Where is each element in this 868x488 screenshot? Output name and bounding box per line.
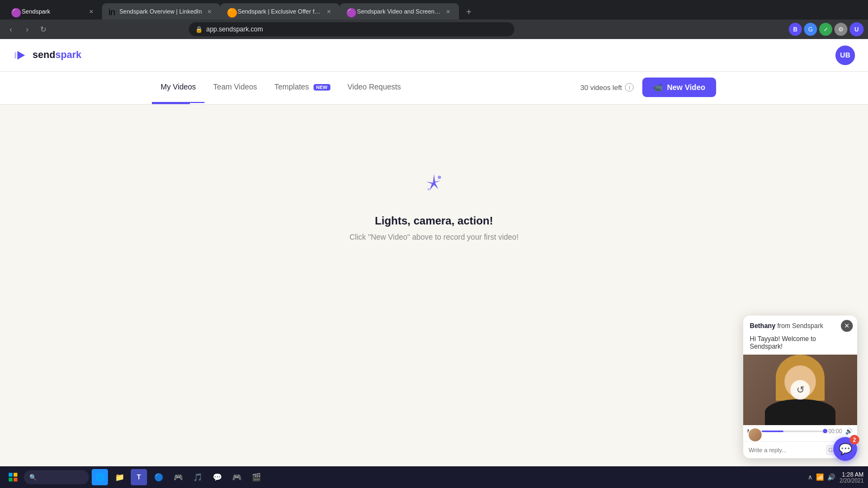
- user-avatar[interactable]: UB: [835, 46, 855, 65]
- chat-sender-company: from Sendspark: [777, 322, 824, 330]
- extension-3[interactable]: ✓: [819, 23, 832, 36]
- tab-title-2: Sendspark Overview | LinkedIn: [119, 8, 202, 15]
- tab-video-requests[interactable]: Video Requests: [339, 72, 410, 103]
- sparkle-icon: [420, 170, 448, 204]
- reply-input[interactable]: [749, 447, 824, 453]
- svg-rect-6: [14, 478, 17, 481]
- camera-icon: 📹: [653, 83, 662, 92]
- empty-state-subtitle: Click "New Video" above to record your f…: [349, 233, 519, 241]
- header-right: UB: [835, 46, 855, 65]
- tab-favicon-3: 🟠: [227, 8, 234, 15]
- taskbar-folder[interactable]: 📁: [111, 469, 127, 485]
- volume-icon[interactable]: 🔊: [845, 428, 853, 435]
- taskbar-search[interactable]: 🔍: [24, 470, 89, 484]
- reload-button[interactable]: ↻: [37, 23, 50, 36]
- chat-sender-name: Bethany: [750, 322, 775, 330]
- empty-state-title: Lights, camera, action!: [375, 215, 493, 227]
- tab-close-1[interactable]: ✕: [87, 7, 95, 16]
- taskbar-steam[interactable]: 🎮: [170, 469, 186, 485]
- chat-sender: Bethany from Sendspark: [743, 316, 857, 333]
- svg-point-2: [427, 188, 430, 190]
- video-time: 00:00: [828, 428, 842, 434]
- tray-arrow[interactable]: ∧: [808, 473, 813, 481]
- chat-avatar: [748, 427, 763, 442]
- tray-volume[interactable]: 🔊: [827, 473, 835, 481]
- address-bar[interactable]: 🔒 app.sendspark.com: [189, 22, 514, 36]
- replay-button[interactable]: ↺: [790, 380, 810, 400]
- browser-tab-2[interactable]: in Sendspark Overview | LinkedIn ✕: [102, 3, 220, 20]
- taskbar-spotify[interactable]: 🎵: [189, 469, 206, 485]
- extension-4[interactable]: ⚙: [834, 23, 847, 36]
- templates-new-badge: NEW: [314, 84, 330, 91]
- chat-bubble-button[interactable]: 💬 2: [833, 437, 857, 461]
- browser-tabs: 🟣 Sendspark ✕ in Sendspark Overview | Li…: [0, 0, 868, 20]
- system-tray: ∧ 📶 🔊 1:28 AM 2/20/2021: [808, 471, 864, 484]
- ssl-lock-icon: 🔒: [195, 26, 203, 33]
- chat-message: Hi Tayyab! Welcome to Sendspark!: [743, 333, 857, 355]
- logo-text: sendspark: [33, 49, 81, 61]
- videos-left-indicator: 30 videos left i: [580, 74, 634, 100]
- forward-button[interactable]: ›: [21, 23, 34, 36]
- tab-favicon-1: 🟣: [11, 8, 18, 15]
- extension-1[interactable]: B: [789, 23, 802, 36]
- profile-avatar[interactable]: U: [850, 22, 864, 36]
- chat-bubble-icon: 💬: [839, 442, 852, 455]
- svg-rect-5: [9, 478, 12, 481]
- browser-toolbar: ‹ › ↻ 🔒 app.sendspark.com B G ✓ ⚙ U: [0, 20, 868, 39]
- browser-chrome: 🟣 Sendspark ✕ in Sendspark Overview | Li…: [0, 0, 868, 39]
- browser-tab-1[interactable]: 🟣 Sendspark ✕: [4, 3, 102, 20]
- browser-tab-3[interactable]: 🟠 Sendspark | Exclusive Offer from... ✕: [220, 3, 340, 20]
- clock-time: 1:28 AM: [840, 471, 864, 478]
- url-text: app.sendspark.com: [206, 25, 263, 33]
- info-icon[interactable]: i: [625, 83, 634, 92]
- progress-dot: [823, 429, 827, 433]
- taskbar-chrome[interactable]: 🔵: [150, 469, 167, 485]
- tab-close-4[interactable]: ✕: [444, 7, 452, 16]
- tab-favicon-2: in: [108, 8, 116, 15]
- videos-left-text: 30 videos left: [580, 84, 622, 92]
- logo-icon: [13, 48, 28, 63]
- search-icon: 🔍: [29, 474, 37, 481]
- tab-templates[interactable]: Templates NEW: [266, 72, 339, 103]
- back-button[interactable]: ‹: [4, 23, 17, 36]
- taskbar-explorer[interactable]: 🌐: [92, 469, 108, 485]
- tab-favicon-4: 🟣: [346, 8, 354, 15]
- new-video-button[interactable]: 📹 New Video: [642, 78, 716, 97]
- chat-video-thumbnail[interactable]: ↺: [743, 355, 857, 425]
- empty-state: Lights, camera, action! Click "New Video…: [0, 105, 868, 306]
- tab-my-videos[interactable]: My Videos: [152, 72, 205, 103]
- extension-2[interactable]: G: [804, 23, 817, 36]
- taskbar-teams[interactable]: T: [131, 469, 147, 485]
- new-tab-button[interactable]: +: [461, 4, 476, 20]
- svg-rect-3: [9, 473, 12, 477]
- browser-tab-4[interactable]: 🟣 Sendspark Video and Screen Re... ✕: [340, 3, 459, 20]
- app-header: sendspark UB: [0, 39, 868, 72]
- nav-tabs-container: My Videos Team Videos Templates NEW Vide…: [0, 72, 868, 103]
- svg-rect-0: [15, 52, 16, 59]
- tab-title-4: Sendspark Video and Screen Re...: [357, 8, 441, 15]
- taskbar-whatsapp[interactable]: 💬: [209, 469, 225, 485]
- chat-close-button[interactable]: ✕: [841, 320, 853, 332]
- tray-icons: ∧ 📶 🔊: [808, 473, 835, 481]
- tab-team-videos[interactable]: Team Videos: [205, 72, 266, 103]
- tab-title-1: Sendspark: [22, 8, 84, 15]
- tab-close-2[interactable]: ✕: [205, 7, 214, 16]
- svg-rect-4: [14, 473, 17, 477]
- chat-notification-badge: 2: [850, 435, 859, 445]
- tab-indicator: [152, 103, 190, 104]
- clock-date: 2/20/2021: [840, 478, 864, 484]
- taskbar: 🔍 🌐 📁 T 🔵 🎮 🎵 💬 🎮 🎬 ∧ 📶 🔊 1:28 AM 2/20/2…: [0, 466, 868, 488]
- taskbar-netflix[interactable]: 🎬: [248, 469, 264, 485]
- tray-network[interactable]: 📶: [816, 473, 824, 481]
- system-clock[interactable]: 1:28 AM 2/20/2021: [840, 471, 864, 484]
- tab-title-3: Sendspark | Exclusive Offer from...: [238, 8, 321, 15]
- nav-bar: My Videos Team Videos Templates NEW Vide…: [0, 72, 868, 105]
- svg-point-1: [438, 176, 441, 179]
- toolbar-extensions: B G ✓ ⚙ U: [789, 22, 864, 36]
- taskbar-discord[interactable]: 🎮: [228, 469, 245, 485]
- tab-close-3[interactable]: ✕: [324, 7, 333, 16]
- chat-panel: ✕ Bethany from Sendspark Hi Tayyab! Welc…: [743, 316, 857, 458]
- main-content: Lights, camera, action! Click "New Video…: [0, 105, 868, 488]
- start-button[interactable]: [4, 468, 22, 486]
- video-progress-bar[interactable]: [756, 431, 825, 432]
